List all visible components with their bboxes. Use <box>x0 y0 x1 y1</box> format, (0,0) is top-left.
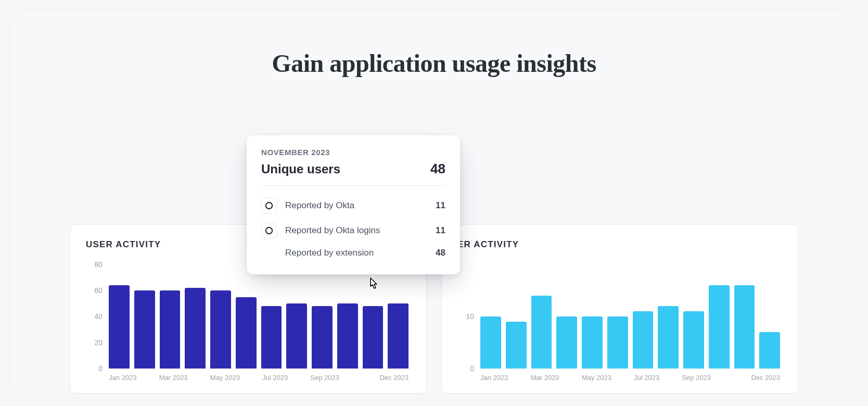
okta-icon <box>261 198 277 213</box>
x-tick: May 2023 <box>210 374 240 382</box>
x-tick: Dec 2023 <box>379 374 409 382</box>
chart-right[interactable]: 010 <box>457 264 782 369</box>
bar[interactable] <box>261 306 282 369</box>
bar[interactable] <box>109 285 130 369</box>
bar[interactable] <box>210 290 231 369</box>
tooltip-row-value: 11 <box>436 225 445 236</box>
x-tick: Sep 2023 <box>310 374 339 382</box>
bar[interactable] <box>683 311 704 369</box>
tooltip-value: 48 <box>430 161 445 177</box>
y-tick: 80 <box>94 260 103 269</box>
bar[interactable] <box>185 288 206 369</box>
bar[interactable] <box>759 332 780 369</box>
tooltip-month: NOVEMBER 2023 <box>261 148 445 157</box>
bar[interactable] <box>236 297 257 369</box>
y-tick: 20 <box>94 338 103 347</box>
y-tick: 60 <box>94 286 103 295</box>
bar[interactable] <box>363 306 384 369</box>
bar[interactable] <box>337 303 358 369</box>
bar[interactable] <box>709 285 730 369</box>
x-tick: Mar 2023 <box>531 374 559 382</box>
tooltip-row: Reported by extension48 <box>261 243 445 263</box>
tooltip-row-value: 48 <box>436 248 445 258</box>
bar[interactable] <box>734 285 755 369</box>
chart-left[interactable]: 020406080 <box>86 264 411 369</box>
bar[interactable] <box>531 296 552 369</box>
pointer-cursor-icon <box>366 277 380 294</box>
tooltip-row: Reported by Okta logins11 <box>261 218 445 243</box>
y-tick: 0 <box>98 364 103 373</box>
x-tick: Jul 2023 <box>262 374 288 382</box>
chart-title-right: ER ACTIVITY <box>457 239 782 250</box>
svg-rect-13 <box>271 203 273 206</box>
x-tick: Jul 2023 <box>634 374 659 382</box>
tooltip-row-label: Reported by extension <box>285 248 436 258</box>
page-headline: Gain application usage insights <box>12 49 856 78</box>
bar[interactable] <box>160 290 181 369</box>
bar[interactable] <box>582 316 603 369</box>
tooltip-row-label: Reported by Okta <box>285 200 436 211</box>
tooltip-row-label: Reported by Okta logins <box>285 225 436 236</box>
y-tick: 10 <box>466 312 474 321</box>
x-tick: Mar 2023 <box>159 374 188 382</box>
bar[interactable] <box>556 316 577 369</box>
bar[interactable] <box>607 316 628 369</box>
bar[interactable] <box>134 290 155 369</box>
svg-rect-27 <box>271 228 273 231</box>
bar[interactable] <box>633 311 654 369</box>
x-tick: Dec 2023 <box>751 374 780 382</box>
x-tick: Jan 2023 <box>480 374 508 382</box>
okta-icon <box>261 223 277 238</box>
chart-card-right: ER ACTIVITY 010 Jan 2023.Mar 2023.May 20… <box>441 224 798 394</box>
bar[interactable] <box>312 306 333 369</box>
x-tick: May 2023 <box>582 374 611 382</box>
y-tick: 0 <box>470 364 474 373</box>
tooltip-row-value: 11 <box>436 200 445 211</box>
chart-tooltip: NOVEMBER 2023 Unique users 48 Reported b… <box>247 135 460 274</box>
bar[interactable] <box>506 322 527 369</box>
x-tick: Sep 2023 <box>682 374 711 382</box>
bar[interactable] <box>388 303 409 369</box>
y-tick: 40 <box>94 312 103 321</box>
bar[interactable] <box>286 303 307 369</box>
tooltip-row: Reported by Okta11 <box>261 193 445 218</box>
tooltip-title: Unique users <box>261 162 340 176</box>
x-tick: Jan 2023 <box>109 374 137 382</box>
bar[interactable] <box>480 316 501 369</box>
bar[interactable] <box>658 306 679 369</box>
